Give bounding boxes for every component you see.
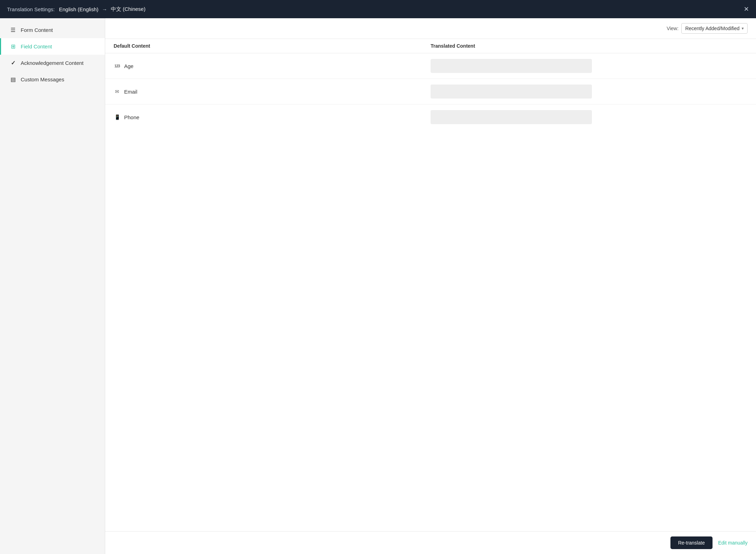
- field-icon: [9, 43, 16, 50]
- sidebar-item-field-content[interactable]: Field Content: [0, 38, 105, 55]
- sidebar-item-form-content[interactable]: Form Content: [0, 22, 105, 38]
- translated-input-phone[interactable]: [431, 110, 592, 124]
- table-body: 123 Age ✉ Email 📱: [105, 53, 756, 531]
- titlebar-target: 中文 (Chinese): [111, 6, 146, 13]
- main-header: View: Recently Added/Modified ▾: [105, 18, 756, 39]
- translated-input-age[interactable]: [431, 59, 592, 73]
- table-row: 📱 Phone: [105, 104, 756, 130]
- number-icon: 123: [114, 64, 121, 68]
- field-label-age: Age: [124, 63, 134, 69]
- titlebar-label: Translation Settings:: [7, 6, 55, 12]
- cell-translated-age: [431, 59, 748, 73]
- sidebar-item-label: Acknowledgement Content: [21, 60, 83, 66]
- table-row: ✉ Email: [105, 79, 756, 104]
- field-label-email: Email: [124, 89, 137, 95]
- view-select[interactable]: Recently Added/Modified ▾: [681, 23, 748, 34]
- ack-icon: [9, 60, 16, 66]
- col-default-header: Default Content: [114, 43, 431, 49]
- msg-icon: [9, 76, 16, 83]
- cell-default-email: ✉ Email: [114, 89, 431, 95]
- table-header: Default Content Translated Content: [105, 39, 756, 53]
- email-icon: ✉: [114, 89, 121, 94]
- translated-input-email[interactable]: [431, 85, 592, 99]
- cell-default-phone: 📱 Phone: [114, 114, 431, 120]
- sidebar-item-label: Custom Messages: [21, 76, 64, 82]
- phone-icon: 📱: [114, 114, 121, 120]
- titlebar-source: English (English): [59, 6, 99, 12]
- retranslate-button[interactable]: Re-translate: [670, 536, 713, 549]
- edit-manually-button[interactable]: Edit manually: [718, 540, 748, 546]
- chevron-down-icon: ▾: [742, 26, 744, 31]
- table-row: 123 Age: [105, 53, 756, 79]
- cell-default-age: 123 Age: [114, 63, 431, 69]
- view-option-label: Recently Added/Modified: [685, 26, 740, 31]
- form-icon: [9, 27, 16, 33]
- sidebar-item-label: Form Content: [21, 27, 53, 33]
- sidebar-item-custom-messages[interactable]: Custom Messages: [0, 71, 105, 88]
- sidebar-item-acknowledgement-content[interactable]: Acknowledgement Content: [0, 55, 105, 71]
- col-translated-header: Translated Content: [431, 43, 748, 49]
- field-label-phone: Phone: [124, 114, 139, 120]
- close-button[interactable]: ✕: [744, 6, 749, 12]
- footer: Re-translate Edit manually: [105, 531, 756, 554]
- titlebar-arrow: →: [102, 6, 107, 12]
- main-content: View: Recently Added/Modified ▾ Default …: [105, 18, 756, 554]
- sidebar: Form Content Field Content Acknowledgeme…: [0, 18, 105, 554]
- cell-translated-email: [431, 85, 748, 99]
- titlebar: Translation Settings: English (English) …: [0, 0, 756, 18]
- view-label: View:: [667, 26, 679, 31]
- sidebar-item-label: Field Content: [21, 43, 52, 49]
- cell-translated-phone: [431, 110, 748, 124]
- app-body: Form Content Field Content Acknowledgeme…: [0, 18, 756, 554]
